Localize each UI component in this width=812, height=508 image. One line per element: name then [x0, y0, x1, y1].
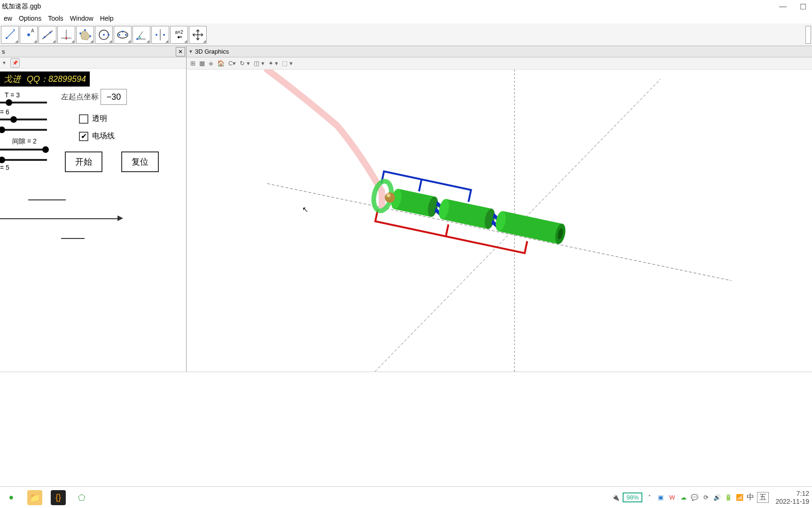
side-panel-title: s: [2, 48, 5, 55]
checkbox-transparent[interactable]: [79, 114, 88, 124]
svg-text:A: A: [31, 28, 34, 33]
tray-chat-icon[interactable]: 💬: [690, 494, 699, 501]
start-coord-input[interactable]: [101, 89, 127, 105]
3d-toolbar: ⊞ ▦ ◆ 🏠 C▾ ↻ ▾ ◫ ▾ ✦ ▾ ⬚ ▾: [187, 57, 812, 70]
svg-line-4: [42, 31, 53, 39]
toolbar: A a=2●━: [0, 24, 812, 46]
svg-point-24: [163, 34, 165, 36]
menu-view[interactable]: ew: [1, 14, 15, 23]
tool-point[interactable]: A: [20, 26, 38, 44]
taskbar-explorer-icon[interactable]: 📁: [27, 490, 42, 505]
tray-datetime[interactable]: 7:12 2022-11-19: [775, 490, 809, 506]
svg-point-18: [118, 34, 120, 36]
taskbar-app1-icon[interactable]: {}: [51, 490, 66, 505]
tool-capture-icon[interactable]: C▾: [228, 60, 236, 67]
tray-battery[interactable]: 98%: [623, 492, 642, 502]
tool-slider[interactable]: a=2●━: [170, 26, 188, 44]
side-panel-close-button[interactable]: ✕: [176, 47, 185, 56]
tool-move-view[interactable]: [189, 26, 207, 44]
checkbox-fieldlines[interactable]: ✔: [79, 132, 88, 141]
svg-point-15: [103, 34, 105, 36]
slider-T[interactable]: [0, 102, 47, 103]
3d-view-title: 3D Graphics: [195, 48, 229, 55]
tool-view-icon[interactable]: ⬚ ▾: [282, 60, 293, 67]
tool-polygon[interactable]: [76, 26, 94, 44]
tool-rotate-icon[interactable]: ↻ ▾: [240, 60, 250, 67]
side-panel: s ✕ ▼ 📌 戈进 QQ：82899594 T = 3 = 6: [0, 46, 187, 372]
svg-point-9: [65, 37, 67, 39]
tool-plane-icon[interactable]: ◆: [209, 60, 213, 67]
taskbar: ● 📁 {} ⬠ 🔌 98% ˄ ▣ W ☁ 💬 ⟳ 🔊 🔋 📶 中 五 7:1…: [0, 486, 812, 508]
slider-5[interactable]: [0, 159, 47, 161]
tool-clip-icon[interactable]: ◫ ▾: [254, 60, 265, 67]
tool-home-icon[interactable]: 🏠: [217, 60, 225, 67]
svg-point-5: [44, 36, 46, 38]
taskbar-wechat-icon[interactable]: ●: [4, 490, 19, 505]
reset-button[interactable]: 复位: [121, 151, 159, 172]
svg-point-20: [122, 31, 124, 32]
tray-battery-icon[interactable]: 🔋: [724, 494, 733, 501]
tool-angle[interactable]: [133, 26, 150, 44]
tray-ime-zh[interactable]: 中: [747, 492, 754, 502]
tool-move[interactable]: [1, 26, 19, 44]
svg-point-21: [136, 38, 138, 40]
svg-rect-35: [499, 211, 562, 244]
taskbar-geogebra-icon[interactable]: ⬠: [74, 490, 89, 505]
start-button[interactable]: 开始: [65, 151, 102, 172]
menu-tools[interactable]: Tools: [45, 14, 66, 23]
diagram-vector: [0, 190, 182, 246]
pin-button[interactable]: 📌: [10, 58, 20, 68]
3d-scene: [187, 70, 812, 372]
tool-circle[interactable]: [95, 26, 113, 44]
checkbox-fieldlines-label: 电场线: [92, 131, 115, 141]
svg-point-23: [156, 34, 157, 36]
start-coord-label: 左起点坐标: [61, 92, 99, 102]
svg-line-1: [7, 31, 14, 38]
tool-axes-icon[interactable]: ⊞: [190, 60, 195, 67]
tray-wifi-icon[interactable]: 📶: [735, 494, 744, 501]
svg-line-26: [267, 183, 732, 280]
svg-point-13: [79, 32, 81, 34]
svg-point-2: [27, 33, 30, 36]
menu-window[interactable]: Window: [67, 14, 96, 23]
tray-power-icon[interactable]: 🔌: [611, 494, 620, 501]
minimize-button[interactable]: —: [779, 2, 787, 11]
svg-rect-32: [442, 199, 492, 229]
tray-app-icon[interactable]: ▣: [656, 494, 665, 501]
titlebar: 线加速器.ggb — ☐: [0, 0, 812, 13]
svg-point-12: [89, 35, 91, 37]
svg-point-16: [108, 34, 109, 36]
tool-grid-icon[interactable]: ▦: [199, 60, 205, 67]
3d-view-panel: ▼ 3D Graphics ⊞ ▦ ◆ 🏠 C▾ ↻ ▾ ◫ ▾ ✦ ▾ ⬚ ▾: [187, 46, 812, 372]
svg-point-19: [125, 34, 127, 36]
tray-sync-icon[interactable]: ⟳: [702, 494, 710, 501]
svg-point-11: [84, 29, 86, 31]
author-banner: 戈进 QQ：82899594: [0, 71, 90, 87]
menu-help[interactable]: Help: [97, 14, 117, 23]
svg-marker-10: [80, 30, 90, 40]
toolbar-overflow[interactable]: [805, 26, 811, 44]
window-title: 线加速器.ggb: [2, 2, 41, 11]
menu-options[interactable]: Options: [16, 14, 44, 23]
checkbox-transparent-label: 透明: [92, 114, 107, 124]
tool-conic[interactable]: [114, 26, 132, 44]
tray-wps-icon[interactable]: W: [668, 494, 676, 501]
slider-unnamed[interactable]: [0, 129, 47, 131]
slider-gap[interactable]: [0, 149, 47, 151]
tray-cloud-icon[interactable]: ☁: [679, 494, 687, 501]
tray-volume-icon[interactable]: 🔊: [713, 494, 721, 501]
tray-ime-wu[interactable]: 五: [757, 492, 769, 503]
3d-canvas[interactable]: ↖: [187, 70, 812, 372]
tool-projection-icon[interactable]: ✦ ▾: [268, 60, 279, 67]
tool-perpendicular[interactable]: [57, 26, 75, 44]
slider-6[interactable]: [0, 119, 47, 120]
tray-chevron-up-icon[interactable]: ˄: [645, 494, 654, 501]
menubar: ew Options Tools Window Help: [0, 13, 812, 24]
svg-point-6: [49, 32, 51, 33]
tool-line[interactable]: [39, 26, 56, 44]
tool-reflect[interactable]: [151, 26, 169, 44]
maximize-button[interactable]: ☐: [800, 2, 806, 11]
